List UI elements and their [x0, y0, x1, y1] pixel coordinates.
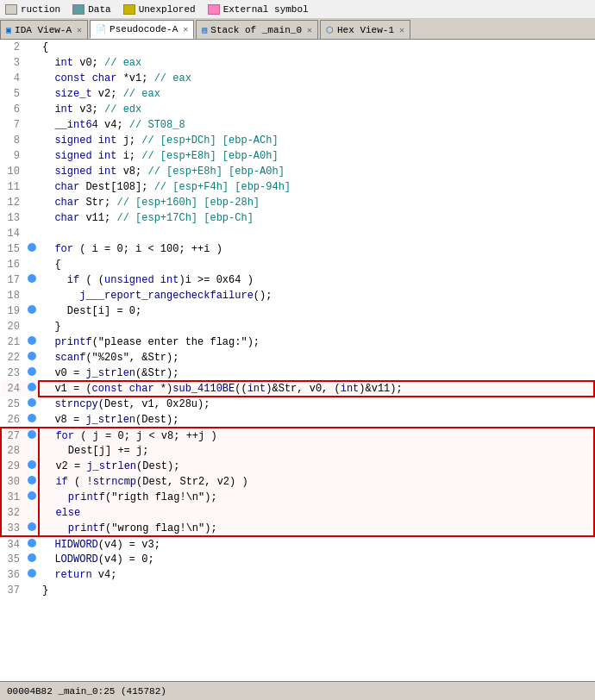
breakpoint-dot: [25, 226, 39, 241]
line-number: 4: [1, 71, 25, 86]
tab-close-ida[interactable]: ✕: [77, 25, 82, 35]
code-line: signed int j; // [esp+DCh] [ebp-ACh]: [39, 133, 594, 148]
code-line: for ( j = 0; j < v8; ++j ): [39, 428, 594, 443]
line-number: 10: [1, 164, 25, 179]
breakpoint-dot: [25, 381, 39, 397]
table-row: 7 __int64 v4; // ST08_8: [1, 117, 594, 133]
table-row: 11 char Dest[108]; // [esp+F4h] [ebp-94h…: [1, 179, 594, 195]
breakpoint-dot: [25, 164, 39, 179]
breakpoint-dot: [25, 490, 39, 505]
line-number: 17: [1, 272, 25, 288]
line-number: 25: [1, 397, 25, 412]
table-row: 34 HIDWORD(v4) = v3;: [1, 536, 594, 552]
breakpoint-dot: [25, 397, 39, 412]
line-number: 13: [1, 210, 25, 226]
line-number: 30: [1, 474, 25, 490]
table-row: 20 }: [1, 319, 594, 334]
breakpoint-dot: [25, 86, 39, 102]
code-line: Dest[i] = 0;: [39, 303, 594, 319]
breakpoint-dot: [25, 195, 39, 210]
line-number: 28: [1, 443, 25, 459]
code-line: {: [39, 257, 594, 272]
breakpoint-dot: [25, 350, 39, 366]
tab-stack[interactable]: ▤ Stack of _main_0 ✕: [196, 20, 318, 39]
table-row: 33 printf("wrong flag!\n");: [1, 521, 594, 536]
breakpoint-dot: [25, 40, 39, 55]
breakpoint-dot: [25, 319, 39, 334]
breakpoint-dot: [25, 505, 39, 521]
table-row: 22 scanf("%20s", &Str);: [1, 350, 594, 366]
code-line: strncpy(Dest, v1, 0x28u);: [39, 397, 594, 412]
code-line: j___report_rangecheckfailure();: [39, 288, 594, 303]
code-line: for ( i = 0; i < 100; ++i ): [39, 241, 594, 257]
code-line: char Str; // [esp+160h] [ebp-28h]: [39, 195, 594, 210]
hex-icon: ⬡: [326, 25, 334, 35]
breakpoint-dot: [25, 55, 39, 71]
tab-close-stack[interactable]: ✕: [307, 25, 312, 35]
line-number: 27: [1, 428, 25, 443]
table-row: 8 signed int j; // [esp+DCh] [ebp-ACh]: [1, 133, 594, 148]
table-row: 37}: [1, 583, 594, 598]
breakpoint-dot: [25, 334, 39, 350]
legend-instruction: ruction: [5, 4, 60, 15]
status-bar: 00004B82 _main_0:25 (415782): [0, 681, 595, 700]
table-row: 32 else: [1, 505, 594, 521]
breakpoint-dot: [25, 257, 39, 272]
table-row: 35 LODWORD(v4) = 0;: [1, 552, 594, 567]
breakpoint-dot: [25, 567, 39, 583]
line-number: 37: [1, 583, 25, 598]
line-number: 21: [1, 334, 25, 350]
table-row: 24 v1 = (const char *)sub_4110BE((int)&S…: [1, 381, 594, 397]
code-area[interactable]: 2{3 int v0; // eax4 const char *v1; // e…: [0, 40, 595, 681]
tab-ida-view[interactable]: ▣ IDA View-A ✕: [0, 20, 88, 39]
table-row: 3 int v0; // eax: [1, 55, 594, 71]
table-row: 9 signed int i; // [esp+E8h] [ebp-A0h]: [1, 148, 594, 164]
code-line: int v0; // eax: [39, 55, 594, 71]
code-line: char v11; // [esp+17Ch] [ebp-Ch]: [39, 210, 594, 226]
table-row: 5 size_t v2; // eax: [1, 86, 594, 102]
breakpoint-dot: [25, 443, 39, 459]
line-number: 24: [1, 381, 25, 397]
tab-hex[interactable]: ⬡ Hex View-1 ✕: [320, 20, 410, 39]
code-line: HIDWORD(v4) = v3;: [39, 536, 594, 552]
breakpoint-dot: [25, 536, 39, 552]
code-line: }: [39, 583, 594, 598]
line-number: 22: [1, 350, 25, 366]
table-row: 30 if ( !strncmp(Dest, Str2, v2) ): [1, 474, 594, 490]
breakpoint-dot: [25, 210, 39, 226]
breakpoint-dot: [25, 148, 39, 164]
line-number: 26: [1, 412, 25, 428]
breakpoint-dot: [25, 179, 39, 195]
legend-external: External symbol: [208, 4, 309, 15]
code-line: return v4;: [39, 567, 594, 583]
code-line: }: [39, 319, 594, 334]
table-row: 2{: [1, 40, 594, 55]
table-row: 29 v2 = j_strlen(Dest);: [1, 459, 594, 474]
code-table: 2{3 int v0; // eax4 const char *v1; // e…: [0, 40, 595, 598]
line-number: 31: [1, 490, 25, 505]
table-row: 26 v8 = j_strlen(Dest);: [1, 412, 594, 428]
table-row: 6 int v3; // edx: [1, 102, 594, 117]
table-row: 36 return v4;: [1, 567, 594, 583]
table-row: 27 for ( j = 0; j < v8; ++j ): [1, 428, 594, 443]
table-row: 13 char v11; // [esp+17Ch] [ebp-Ch]: [1, 210, 594, 226]
stack-icon: ▤: [202, 25, 207, 35]
code-line: printf("wrong flag!\n");: [39, 521, 594, 536]
tab-pseudocode[interactable]: 📄 Pseudocode-A ✕: [90, 20, 194, 39]
tab-close-hex[interactable]: ✕: [399, 25, 404, 35]
table-row: 10 signed int v8; // [esp+E8h] [ebp-A0h]: [1, 164, 594, 179]
breakpoint-dot: [25, 71, 39, 86]
breakpoint-dot: [25, 552, 39, 567]
breakpoint-dot: [25, 583, 39, 598]
table-row: 17 if ( (unsigned int)i >= 0x64 ): [1, 272, 594, 288]
tab-bar: ▣ IDA View-A ✕ 📄 Pseudocode-A ✕ ▤ Stack …: [0, 19, 595, 40]
breakpoint-dot: [25, 288, 39, 303]
table-row: 18 j___report_rangecheckfailure();: [1, 288, 594, 303]
code-line: char Dest[108]; // [esp+F4h] [ebp-94h]: [39, 179, 594, 195]
line-number: 33: [1, 521, 25, 536]
table-row: 15 for ( i = 0; i < 100; ++i ): [1, 241, 594, 257]
line-number: 32: [1, 505, 25, 521]
code-line: printf("rigth flag!\n");: [39, 490, 594, 505]
code-line: v0 = j_strlen(&Str);: [39, 366, 594, 381]
tab-close-pseudo[interactable]: ✕: [183, 24, 188, 34]
